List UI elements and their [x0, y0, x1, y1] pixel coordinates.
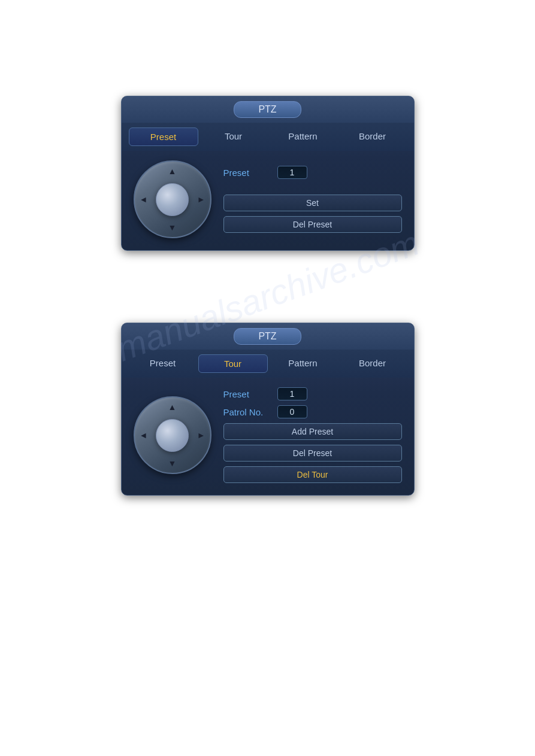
tab-tour-2[interactable]: Tour [198, 354, 268, 373]
title-bar-1: PTZ [122, 96, 414, 123]
joystick-inner-1[interactable] [156, 183, 189, 216]
joystick-outer-2[interactable]: ▲ ▼ ◄ ► [134, 396, 211, 474]
joystick-outer-1[interactable]: ▲ ▼ ◄ ► [134, 160, 211, 238]
joystick-2[interactable]: ▲ ▼ ◄ ► [134, 396, 211, 474]
ptz-panel-2: PTZ Preset Tour Pattern Border ▲ ▼ ◄ ► P… [121, 323, 415, 496]
preset-label-2: Preset [223, 389, 271, 399]
panel-body-1: ▲ ▼ ◄ ► Preset Set Del Preset [122, 151, 414, 250]
patrol-input-2[interactable] [277, 405, 307, 418]
arrow-left-2[interactable]: ◄ [140, 430, 148, 440]
tab-pattern-2[interactable]: Pattern [269, 354, 337, 373]
patrol-label-2: Patrol No. [223, 407, 271, 417]
controls-side-1: Preset Set Del Preset [223, 166, 402, 233]
tabs-row-2: Preset Tour Pattern Border [122, 350, 414, 378]
panel-title-1: PTZ [234, 101, 301, 118]
del-preset-button-2[interactable]: Del Preset [223, 445, 402, 462]
tab-border-2[interactable]: Border [338, 354, 407, 373]
preset-input-1[interactable] [277, 166, 307, 179]
tab-tour-1[interactable]: Tour [200, 127, 268, 146]
del-preset-button-1[interactable]: Del Preset [223, 216, 402, 233]
arrow-down-2[interactable]: ▼ [168, 459, 177, 468]
patrol-field-row-2: Patrol No. [223, 405, 402, 418]
del-tour-button-2[interactable]: Del Tour [223, 466, 402, 483]
arrow-up-2[interactable]: ▲ [168, 402, 177, 412]
joystick-1[interactable]: ▲ ▼ ◄ ► [134, 160, 211, 238]
arrow-up-1[interactable]: ▲ [168, 166, 177, 176]
ptz-panel-1: PTZ Preset Tour Pattern Border ▲ ▼ ◄ ► P… [121, 96, 415, 251]
preset-field-row-1: Preset [223, 166, 402, 179]
arrow-down-1[interactable]: ▼ [168, 223, 177, 232]
arrow-right-1[interactable]: ► [197, 195, 205, 204]
panel-body-2: ▲ ▼ ◄ ► Preset Patrol No. Add Preset Del [122, 378, 414, 495]
tab-border-1[interactable]: Border [338, 127, 407, 146]
add-preset-button-2[interactable]: Add Preset [223, 423, 402, 440]
tab-pattern-1[interactable]: Pattern [269, 127, 337, 146]
tabs-row-1: Preset Tour Pattern Border [122, 123, 414, 151]
title-bar-2: PTZ [122, 323, 414, 350]
panels-wrapper: manualsarchive.com PTZ Preset Tour Patte… [121, 96, 415, 496]
set-button-1[interactable]: Set [223, 195, 402, 211]
panel-title-2: PTZ [234, 328, 301, 345]
tab-preset-2[interactable]: Preset [129, 354, 197, 373]
arrow-right-2[interactable]: ► [197, 430, 205, 440]
preset-input-2[interactable] [277, 387, 307, 400]
arrow-left-1[interactable]: ◄ [140, 195, 148, 204]
preset-field-row-2: Preset [223, 387, 402, 400]
controls-side-2: Preset Patrol No. Add Preset Del Preset … [223, 387, 402, 483]
preset-label-1: Preset [223, 168, 271, 178]
joystick-inner-2[interactable] [156, 419, 189, 452]
tab-preset-1[interactable]: Preset [129, 127, 198, 146]
